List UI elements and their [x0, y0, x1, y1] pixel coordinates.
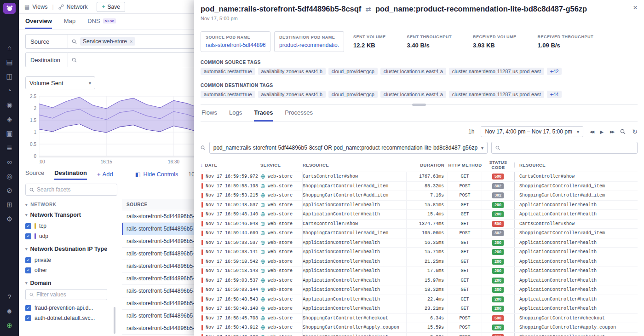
apm-icon[interactable]: ◈ — [0, 112, 19, 126]
trace-filter-input[interactable] — [503, 145, 633, 151]
facet-group-title[interactable]: ▾ Domain — [25, 280, 117, 286]
checkbox-checked[interactable]: ✓ — [25, 315, 31, 321]
checkbox-checked[interactable]: ✓ — [25, 233, 31, 239]
tag-pill[interactable]: automatic-restart:true — [201, 91, 255, 98]
breadcrumb-views[interactable]: ▤ Views — [24, 4, 47, 10]
tag-pill[interactable]: automatic-restart:true — [201, 68, 255, 75]
tag-pill[interactable]: cluster-location:us-east4-a — [380, 68, 446, 75]
tag-pill[interactable]: cloud_provider:gcp — [328, 91, 378, 98]
facet-search-input[interactable] — [37, 186, 113, 193]
logs-icon[interactable]: ≣ — [0, 140, 19, 155]
facet-value[interactable]: ✓ tcp — [25, 221, 117, 231]
facet-value[interactable]: ✓ private — [25, 255, 117, 265]
trace-row[interactable]: Nov 17 16:59:33.141 web-store Applicatio… — [201, 248, 638, 257]
metrics-icon[interactable]: ◫ — [0, 69, 19, 83]
facet-search-box[interactable] — [25, 184, 117, 196]
trace-row[interactable]: Nov 17 16:59:59.972 web-store CartsContr… — [201, 172, 638, 182]
checkbox-checked[interactable]: ✓ — [25, 267, 31, 273]
facet-group-title[interactable]: ▾ Network Transport — [25, 212, 117, 218]
tag-pill[interactable]: cluster-name:demo-11287-us-prod-east — [449, 68, 544, 75]
drag-handle[interactable] — [412, 104, 426, 106]
trace-row[interactable]: Nov 17 16:59:48.140 web-store Applicatio… — [201, 210, 638, 220]
tag-pill[interactable]: cluster-location:us-east4-a — [380, 91, 446, 98]
facet-tab[interactable]: Source — [25, 169, 44, 180]
trace-row[interactable]: Nov 17 16:59:48.537 web-store Applicatio… — [201, 201, 638, 210]
pod-name-link[interactable]: product-recommendatio... — [279, 42, 339, 48]
tag-pill[interactable]: availability-zone:us-east4-b — [258, 68, 326, 75]
metric-selector[interactable]: Volume Sent ▾ — [25, 76, 95, 89]
trace-row[interactable]: Nov 17 16:58:43.912 web-store ShoppingCa… — [201, 323, 638, 333]
trace-row[interactable]: Nov 17 16:58:45.708 web-store ShoppingCa… — [201, 314, 638, 324]
pipelines-icon[interactable]: ∞ — [0, 155, 19, 169]
integrations-icon[interactable]: ⊞ — [0, 197, 19, 212]
facet-tab[interactable]: Destination — [54, 169, 87, 180]
synthetics-icon[interactable]: ◎ — [0, 169, 19, 183]
trace-row[interactable]: Nov 17 16:59:18.542 web-store Applicatio… — [201, 257, 638, 267]
trace-row[interactable]: Nov 17 16:59:46.048 web-store CartsContr… — [201, 220, 638, 229]
panel-tab[interactable]: Flows — [201, 109, 217, 122]
region-icon[interactable]: ⊕ — [0, 318, 19, 332]
checkbox-checked[interactable]: ✓ — [25, 223, 31, 229]
save-button[interactable]: + Save — [97, 2, 125, 12]
tag-pill[interactable]: availability-zone:us-east4-b — [258, 91, 326, 98]
zoom-icon[interactable] — [620, 129, 626, 134]
facet-value[interactable]: ✓ udp — [25, 231, 117, 241]
trace-query-box[interactable]: pod_name:rails-storefront-5df44896b5-8cs… — [209, 142, 488, 154]
trace-row[interactable]: Nov 17 16:58:48.148 web-store Applicatio… — [201, 304, 638, 314]
facet-group-title[interactable]: ▾ Network Destination IP Type — [25, 246, 117, 252]
users-icon[interactable]: ☻ — [0, 304, 19, 318]
tag-pill[interactable]: cloud_provider:gcp — [328, 68, 378, 75]
facet-value[interactable]: ✓ fraud-prevention-api.d... — [25, 303, 117, 313]
skip-forward-icon[interactable]: ▶▶ — [610, 130, 614, 134]
tag-pill[interactable]: cluster-name:demo-11287-us-prod-east — [449, 91, 544, 98]
page-tab[interactable]: Map — [64, 14, 75, 29]
more-tags-pill[interactable]: +42 — [547, 68, 562, 75]
close-icon[interactable]: × — [633, 4, 638, 12]
facet-filter-input[interactable] — [36, 291, 103, 298]
checkbox-checked[interactable]: ✓ — [25, 257, 31, 263]
trace-row[interactable]: Nov 17 16:59:18.143 web-store Applicatio… — [201, 266, 638, 276]
trace-row[interactable]: Nov 17 16:59:03.144 web-store Applicatio… — [201, 285, 638, 295]
hide-controls-button[interactable]: ◧ Hide Controls — [135, 171, 178, 180]
facet-value[interactable]: ✓ auth-dotnet.default.svc... — [25, 313, 117, 323]
trace-row[interactable]: Nov 17 16:58:42.133 web-store ShoppingCa… — [201, 333, 638, 336]
home-icon[interactable]: ⌂ — [0, 41, 19, 55]
trace-row[interactable]: Nov 17 16:59:53.215 web-store ShoppingCa… — [201, 191, 638, 201]
facet-value[interactable]: ✓ other — [25, 265, 117, 275]
filter-token[interactable]: Service:web-store × — [80, 37, 135, 46]
add-facet-button[interactable]: + Add — [97, 171, 113, 180]
skip-back-icon[interactable]: ◀◀ — [590, 130, 593, 134]
security-icon[interactable]: ⊘ — [0, 183, 19, 197]
checkbox-checked[interactable]: ✓ — [25, 305, 31, 311]
column-header-date[interactable]: ↓ DATE — [201, 162, 260, 168]
trace-row[interactable]: Nov 17 16:59:03.537 web-store Applicatio… — [201, 276, 638, 286]
remove-token-icon[interactable]: × — [130, 39, 132, 44]
facet-scrollbar[interactable] — [114, 307, 115, 334]
trace-row[interactable]: Nov 17 16:58:48.543 web-store Applicatio… — [201, 295, 638, 305]
page-tab[interactable]: Overview — [25, 14, 52, 29]
pod-name-link[interactable]: rails-storefront-5df44896... — [206, 42, 265, 48]
trace-row[interactable]: Nov 17 16:59:58.198 web-store ShoppingCa… — [201, 182, 638, 191]
dashboards-icon[interactable]: ▤ — [0, 55, 19, 69]
panel-tab[interactable]: Processes — [285, 109, 313, 122]
facet-category-network[interactable]: ▾ NETWORK — [25, 202, 117, 207]
help-icon[interactable]: ? — [0, 290, 19, 304]
range-shortcut[interactable]: 1h — [468, 128, 474, 135]
panel-tab[interactable]: Logs — [229, 109, 242, 122]
page-tab[interactable]: DNS NEW — [87, 14, 116, 29]
infrastructure-icon[interactable]: ▣ — [0, 126, 19, 140]
panel-tab[interactable]: Traces — [254, 109, 273, 122]
settings-icon[interactable]: ⚙ — [0, 212, 19, 226]
more-tags-pill[interactable]: +44 — [547, 91, 562, 98]
watchdog-icon[interactable]: ◔ — [0, 83, 19, 98]
time-range-selector[interactable]: Nov 17, 4:00 pm – Nov 17, 5:00 pm ▾ — [481, 126, 583, 137]
trace-row[interactable]: Nov 17 16:59:44.669 web-store ShoppingCa… — [201, 229, 638, 238]
datadog-logo[interactable] — [3, 3, 16, 14]
refresh-icon[interactable]: ↻ — [632, 128, 638, 135]
play-icon[interactable]: ▶ — [600, 129, 604, 134]
trace-filter-box[interactable] — [491, 142, 638, 154]
breadcrumb-network[interactable]: Network — [58, 4, 88, 10]
trace-row[interactable]: Nov 17 16:59:33.537 web-store Applicatio… — [201, 238, 638, 248]
alerts-icon[interactable]: ◉ — [0, 98, 19, 112]
facet-filter-box[interactable] — [25, 289, 107, 300]
